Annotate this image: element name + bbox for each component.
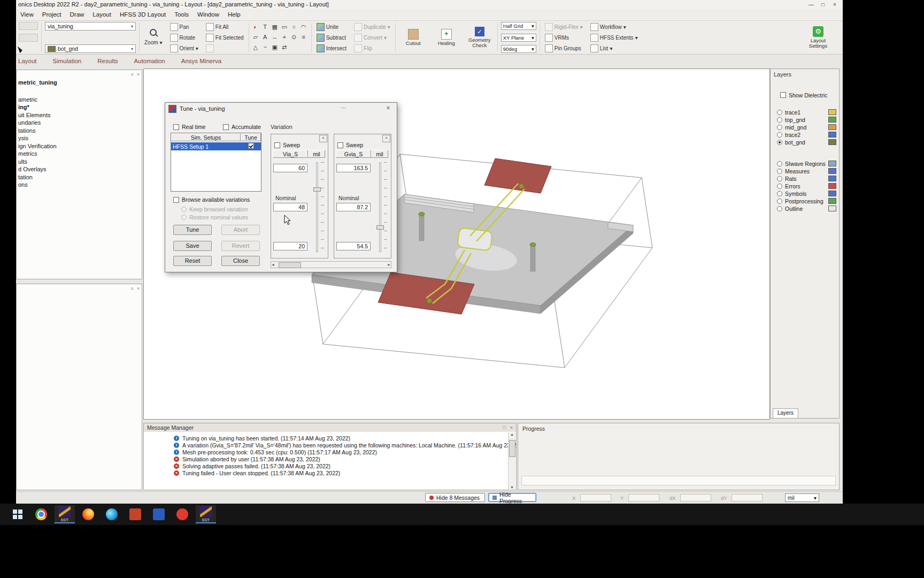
y-coordinate-field[interactable]: [628, 494, 659, 501]
max-value-input[interactable]: 163.5: [336, 164, 371, 172]
close-icon[interactable]: ×: [510, 425, 513, 430]
save-button[interactable]: Save: [173, 241, 212, 251]
layout-settings-button[interactable]: ⚙Layout Settings: [803, 26, 834, 49]
edge-taskbar-icon[interactable]: [102, 505, 122, 523]
layer-row-symbols[interactable]: Symbols: [777, 190, 836, 197]
accumulate-checkbox[interactable]: Accumulate: [223, 124, 261, 130]
select-arrow-icon[interactable]: [18, 45, 23, 53]
message-row[interactable]: ×Solving adaptive passes failed. (11:57:…: [144, 462, 516, 469]
swap-layers-icon[interactable]: ⇄: [280, 43, 289, 51]
hide-progress-button[interactable]: Hide Progress: [488, 493, 536, 502]
healing-button[interactable]: +Healing: [431, 29, 462, 46]
spline-tool-icon[interactable]: ~: [261, 43, 270, 51]
annotation-tool-icon[interactable]: A: [261, 33, 270, 41]
close-icon[interactable]: ×: [829, 0, 841, 9]
unit-header[interactable]: mil: [371, 150, 388, 158]
color-wheel-icon[interactable]: ◐: [251, 22, 260, 31]
polygon-tool-icon[interactable]: ▱: [251, 33, 260, 41]
layer-row-trace1[interactable]: trace1: [777, 109, 836, 116]
grid-toggle-button[interactable]: [204, 43, 245, 53]
menu-project[interactable]: Project: [38, 9, 66, 20]
message-row[interactable]: ×Tuning failed - User clean stopped. (11…: [144, 469, 516, 476]
minimize-icon[interactable]: —: [805, 0, 817, 9]
close-icon[interactable]: ×: [137, 286, 140, 291]
maximize-icon[interactable]: □: [817, 0, 829, 9]
tree-item[interactable]: ign Verification: [17, 142, 142, 150]
radio-button[interactable]: [777, 117, 782, 123]
radio-button[interactable]: [777, 184, 782, 189]
menu-layout[interactable]: Layout: [88, 9, 116, 20]
rotate-button[interactable]: Rotate: [168, 33, 200, 42]
close-icon[interactable]: ×: [319, 135, 327, 142]
duplicate-button[interactable]: Duplicate▾: [352, 22, 392, 32]
grid-icon[interactable]: ▦: [271, 22, 279, 31]
message-row[interactable]: iTuning on via_tuning has been started. …: [144, 435, 516, 442]
arc-tool-icon[interactable]: ◠: [299, 22, 308, 31]
cutout-button[interactable]: Cutout: [398, 29, 429, 46]
triangle-tool-icon[interactable]: △: [251, 43, 260, 51]
layer-row-siwave-regions[interactable]: SIwave Regions: [777, 160, 836, 167]
menu-view[interactable]: View: [16, 9, 38, 20]
active-layer-dropdown[interactable]: bot_gnd ▾: [45, 44, 136, 53]
min-value-input[interactable]: 54.5: [336, 242, 371, 250]
layer-row-measures[interactable]: Measures: [777, 168, 836, 174]
tree-item[interactable]: ults: [17, 158, 142, 166]
intersect-button[interactable]: Intersect: [315, 43, 348, 53]
zoom-button[interactable]: Zoom▾: [143, 37, 164, 47]
layer-color-swatch[interactable]: [828, 168, 836, 174]
variable-name-header[interactable]: Gvia_S: [336, 150, 371, 158]
pin-groups-button[interactable]: Pin Groups: [543, 43, 584, 53]
close-icon[interactable]: ×: [384, 104, 392, 112]
tree-item[interactable]: d Overlays: [17, 165, 142, 173]
scroll-right-icon[interactable]: ►: [387, 263, 391, 267]
orange-app-taskbar-icon[interactable]: [125, 505, 145, 523]
radio-button[interactable]: [777, 199, 782, 204]
scroll-left-icon[interactable]: ◄: [271, 263, 275, 267]
workflow-button[interactable]: Workflow▾: [589, 22, 640, 32]
tree-item[interactable]: undaries: [17, 119, 142, 127]
float-panel-icon[interactable]: □: [503, 425, 505, 430]
sweep-checkbox[interactable]: Sweep: [274, 142, 300, 148]
menu-help[interactable]: Help: [224, 9, 245, 20]
unit-header[interactable]: mil: [308, 150, 325, 158]
menu-draw[interactable]: Draw: [66, 9, 89, 20]
nominal-value-input[interactable]: 48: [273, 203, 307, 211]
center-point-icon[interactable]: ⊙: [290, 33, 298, 41]
layer-color-swatch[interactable]: [828, 161, 836, 166]
tab-results[interactable]: Results: [97, 58, 118, 64]
menu-icon[interactable]: ≡: [130, 286, 133, 291]
edt-taskbar-icon-2[interactable]: EDT: [196, 505, 216, 523]
nominal-value-input[interactable]: 87.2: [336, 203, 371, 211]
slider-thumb[interactable]: [376, 225, 384, 230]
edt-taskbar-icon[interactable]: EDT: [55, 505, 75, 523]
layer-color-swatch[interactable]: [828, 198, 836, 204]
scrollbar-thumb[interactable]: [279, 262, 301, 268]
sweep-checkbox[interactable]: Sweep: [337, 142, 363, 148]
dy-field[interactable]: [732, 494, 763, 501]
radio-button[interactable]: [777, 132, 782, 138]
radio-button[interactable]: [777, 169, 782, 174]
units-dropdown[interactable]: mil ▾: [785, 493, 819, 502]
layer-row-top-gnd[interactable]: top_gnd: [777, 116, 836, 123]
radio-button[interactable]: [777, 110, 782, 115]
flip-button[interactable]: Flip: [352, 43, 392, 53]
3d-layout-view[interactable]: Tune - via_tuning — × Real time Accumula…: [143, 69, 770, 420]
text-tool-icon[interactable]: T: [261, 22, 270, 31]
rigid-flex-button[interactable]: Rigid-Flex▾: [543, 22, 584, 32]
vrms-button[interactable]: VRMs: [543, 33, 584, 42]
radio-button[interactable]: [777, 125, 782, 130]
close-button[interactable]: Close: [221, 256, 260, 266]
tree-item[interactable]: ons: [17, 181, 142, 189]
orient-button[interactable]: Orient▾: [168, 43, 200, 53]
tree-item-design[interactable]: ing*: [17, 103, 142, 111]
dx-field[interactable]: [680, 494, 711, 501]
message-row[interactable]: iA variation (Gvia_S='87.2mil' Via_S='48…: [144, 442, 516, 448]
tree-item[interactable]: ametric: [17, 96, 142, 104]
geometry-check-button[interactable]: ✓Geometry Check: [464, 27, 495, 48]
layer-row-outline[interactable]: Outline: [777, 205, 836, 212]
tab-simulation[interactable]: Simulation: [53, 58, 82, 64]
sim-setups-list[interactable]: Sim. Setups Tune HFSS Setup 1: [171, 133, 261, 192]
menu-window[interactable]: Window: [193, 9, 224, 20]
setups-column-header[interactable]: Sim. Setups: [171, 133, 241, 141]
message-row[interactable]: iMesh pre-processing took: 0.453 sec (cp…: [144, 448, 516, 455]
